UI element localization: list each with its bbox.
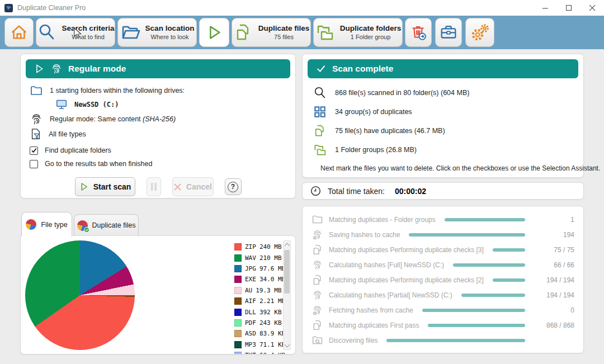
goto-results-label: Go to the results tab when finished [45,160,152,168]
fingerprint-icon [50,63,63,75]
groups-text: 34 group(s) of duplicates [335,108,412,116]
tab-settings[interactable] [465,18,494,47]
toolbar: Search criteriaWhat to find Scan locatio… [0,16,604,49]
fingerprint-fetch-icon [312,304,323,316]
files-scanned-text: 868 file(s) scanned in 80 folder(s) (604… [335,89,469,97]
progress-bar [453,263,525,267]
total-time-label: Total time taken: [328,187,385,196]
mouse-cursor [73,28,82,39]
pie-chart-icon [26,219,36,230]
tab-dupfiles-title: Duplicate files [258,24,310,34]
progress-row: Matching duplicates Performing duplicate… [308,242,578,257]
duplicate-files-icon [312,244,323,256]
start-scan-button[interactable]: Start scan [75,177,135,196]
play-icon [34,63,45,74]
progress-row: Calculating hashes [Full] NewSSD (C:) 66… [308,257,578,272]
legend-swatch [234,265,242,272]
gear-icon [469,21,491,44]
start-scan-label: Start scan [93,182,131,191]
file-type-chart-panel: ZIP240 MB WAV210 MB JPG97.6 MB EXE34.0 M… [20,235,296,354]
tab-tools[interactable] [435,18,462,47]
progress-label: Discovering files [329,337,378,344]
tab-dupfolders-sub: 1 Folder group [340,34,402,41]
progress-bar [493,278,525,282]
goto-results-checkbox[interactable] [30,160,38,168]
progress-value: 75 / 75 [534,246,574,254]
scroll-up-icon[interactable] [285,243,290,249]
app-icon [4,4,13,12]
regular-mode-panel: Regular mode 1 starting folders within t… [20,54,296,198]
progress-row: Calculating hashes [Partial] NewSSD (C:)… [308,287,578,302]
duplicate-files-icon [312,274,323,286]
pause-button[interactable] [147,177,161,196]
tab-start-scan[interactable] [199,18,229,47]
legend-swatch [234,309,242,316]
progress-bar [461,294,525,297]
scroll-down-icon[interactable] [285,342,290,348]
progress-row: Fetching hashes from cache 0 [308,302,578,318]
duplicate-files-icon [233,22,253,42]
scrollbar-thumb[interactable] [284,250,290,294]
cancel-label: Cancel [186,182,212,191]
tab-dupfiles-sub: 75 files [258,34,310,41]
starting-folders-text: 1 starting folders within the following … [50,87,185,94]
total-time-panel: Total time taken: 00:00:02 [302,182,584,200]
find-duplicate-folders-label: Find duplicate folders [45,146,111,154]
duplicate-files-icon [313,124,327,138]
chart-legend: ZIP240 MB WAV210 MB JPG97.6 MB EXE34.0 M… [234,242,282,354]
fingerprint-icon [312,289,323,301]
progress-value: 194 / 194 [534,276,574,284]
duplicate-folders-icon [315,22,335,42]
legend-item: EXE34.0 MB [234,274,282,285]
tab-file-type[interactable]: File type [21,212,72,237]
cancel-x-icon [173,183,182,191]
tab-scan-title: Scan location [145,24,195,34]
tab-duplicate-files-chart[interactable]: Duplicate files [74,214,139,237]
progress-label: Matching duplicates Performing duplicate… [329,246,484,254]
drive-name: NewSSD (C:) [74,101,119,108]
pie-chart [25,240,135,350]
progress-row: Matching duplicates Performing duplicate… [308,272,578,287]
progress-label: Matching duplicates - Folder groups [329,216,436,224]
play-icon [79,182,89,192]
folder-icon [30,84,43,97]
minimize-button[interactable] [534,0,557,16]
find-duplicate-folders-checkbox[interactable] [30,146,38,155]
scan-mode-text: Regular mode: Same content [50,115,143,123]
legend-swatch [234,330,242,337]
cancel-button[interactable]: Cancel [172,177,214,196]
progress-value: 0 [534,306,574,314]
duplicate-folders-icon [313,143,327,157]
help-button[interactable]: ? [225,178,242,195]
progress-label: Fetching hashes from cache [329,306,413,314]
tab-duplicate-files[interactable]: Duplicate files75 files [232,18,311,47]
home-icon [10,23,29,42]
regular-mode-header: Regular mode [26,59,290,78]
question-icon: ? [228,182,238,192]
legend-scrollbar[interactable] [283,240,291,350]
legend-item: PDF243 KB [234,318,282,328]
folder-search-icon [312,334,323,346]
window-title: Duplicate Cleaner Pro [17,4,86,12]
pie-chart-icon [77,220,88,231]
close-button[interactable] [581,0,604,16]
tab-search-sub: What to find [62,34,115,41]
tab-duplicate-folders[interactable]: Duplicate folders1 Folder group [313,18,403,47]
folder-icon [312,214,323,225]
legend-item: AIF2.21 MB [234,296,282,306]
scan-complete-header: Scan complete [308,59,578,78]
tab-scan-sub: Where to look [145,34,195,41]
check-icon [315,63,327,74]
check-badge-icon [84,227,89,233]
trash-icon [408,22,429,43]
legend-swatch [234,341,242,348]
pause-icon [150,182,157,191]
progress-value: 194 / 194 [534,291,574,299]
scan-complete-panel: Scan complete 868 file(s) scanned in 80 … [302,54,584,178]
tab-scan-location[interactable]: Scan locationWhere to look [117,18,197,47]
tab-delete[interactable] [405,18,432,47]
legend-swatch [234,297,242,305]
tab-home[interactable] [4,18,34,47]
progress-value: 194 [534,231,574,239]
maximize-button[interactable] [557,0,581,16]
